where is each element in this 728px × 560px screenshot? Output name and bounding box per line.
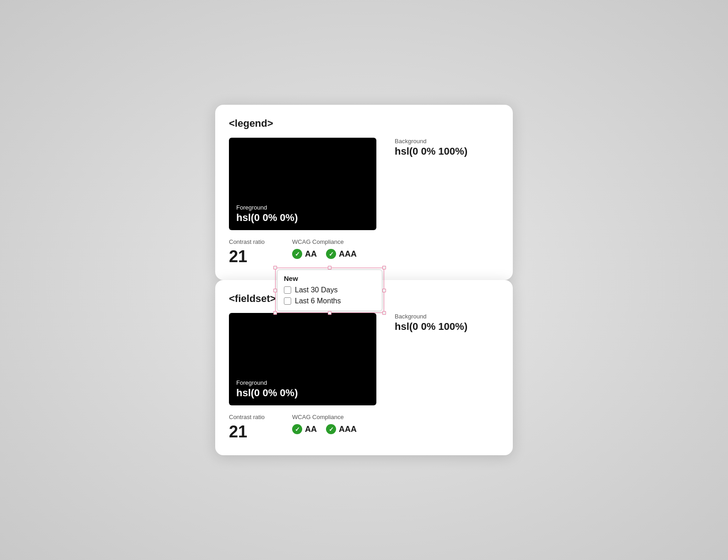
legend-color-info-row: Foreground hsl(0 0% 0%) Background hsl(0… (229, 138, 499, 230)
legend-aa-badge: ✓ AA (292, 249, 317, 259)
popup-title: New (284, 275, 375, 282)
cards-wrapper: <legend> Foreground hsl(0 0% 0%) Backgro… (215, 105, 513, 455)
legend-contrast-value: 21 (229, 247, 265, 266)
legend-metrics-row: Contrast ratio 21 WCAG Compliance ✓ AA ✓… (229, 238, 499, 266)
legend-wcag-label: WCAG Compliance (292, 238, 357, 245)
popup-container: New Last 30 Days Last 6 Months (277, 269, 382, 311)
fieldset-aaa-check-icon: ✓ (326, 424, 336, 434)
fieldset-aa-check-icon: ✓ (292, 424, 302, 434)
legend-bg-info: Background hsl(0 0% 100%) (395, 138, 467, 164)
legend-wcag-badges: ✓ AA ✓ AAA (292, 249, 357, 259)
fieldset-bg-label: Background (395, 313, 467, 320)
fieldset-bg-value: hsl(0 0% 100%) (395, 321, 467, 333)
fieldset-color-info-row: Foreground hsl(0 0% 0%) Background hsl(0… (229, 313, 499, 405)
fieldset-preview-box: Foreground hsl(0 0% 0%) (229, 313, 376, 405)
legend-contrast-label: Contrast ratio (229, 238, 265, 245)
popup-checkbox-0[interactable] (284, 286, 291, 294)
legend-card: <legend> Foreground hsl(0 0% 0%) Backgro… (215, 105, 513, 280)
legend-aa-label: AA (305, 249, 317, 259)
legend-aaa-badge: ✓ AAA (326, 249, 357, 259)
legend-contrast-block: Contrast ratio 21 (229, 238, 265, 266)
legend-aaa-label: AAA (339, 249, 357, 259)
fieldset-wcag-badges: ✓ AA ✓ AAA (292, 424, 357, 434)
fieldset-metrics-row: Contrast ratio 21 WCAG Compliance ✓ AA ✓… (229, 414, 499, 442)
popup-item-1[interactable]: Last 6 Months (284, 297, 375, 305)
fieldset-contrast-label: Contrast ratio (229, 414, 265, 420)
fieldset-contrast-block: Contrast ratio 21 (229, 414, 265, 442)
fieldset-fg-label: Foreground (236, 379, 369, 386)
fieldset-aa-badge: ✓ AA (292, 424, 317, 434)
legend-preview-box: Foreground hsl(0 0% 0%) (229, 138, 376, 230)
fieldset-contrast-value: 21 (229, 422, 265, 442)
legend-wcag-block: WCAG Compliance ✓ AA ✓ AAA (292, 238, 357, 259)
legend-fg-label: Foreground (236, 204, 369, 211)
legend-color-block: Foreground hsl(0 0% 0%) (229, 138, 376, 230)
fieldset-aaa-label: AAA (339, 425, 357, 434)
fieldset-wcag-label: WCAG Compliance (292, 414, 357, 420)
popup-overlay: New Last 30 Days Last 6 Months (277, 269, 382, 311)
fieldset-color-block: Foreground hsl(0 0% 0%) (229, 313, 376, 405)
legend-card-title: <legend> (229, 118, 499, 129)
legend-aaa-check-icon: ✓ (326, 249, 336, 259)
fieldset-aaa-badge: ✓ AAA (326, 424, 357, 434)
legend-aa-check-icon: ✓ (292, 249, 302, 259)
legend-bg-value: hsl(0 0% 100%) (395, 145, 467, 157)
fieldset-wcag-block: WCAG Compliance ✓ AA ✓ AAA (292, 414, 357, 434)
legend-fg-value: hsl(0 0% 0%) (236, 212, 369, 224)
popup-item-label-1: Last 6 Months (295, 297, 341, 305)
fieldset-fg-value: hsl(0 0% 0%) (236, 387, 369, 399)
popup-item-0[interactable]: Last 30 Days (284, 286, 375, 294)
legend-bg-label: Background (395, 138, 467, 145)
popup-item-label-0: Last 30 Days (295, 286, 337, 294)
fieldset-aa-label: AA (305, 425, 317, 434)
popup-checkbox-1[interactable] (284, 297, 291, 305)
fieldset-bg-info: Background hsl(0 0% 100%) (395, 313, 467, 339)
popup-box: New Last 30 Days Last 6 Months (277, 269, 382, 311)
